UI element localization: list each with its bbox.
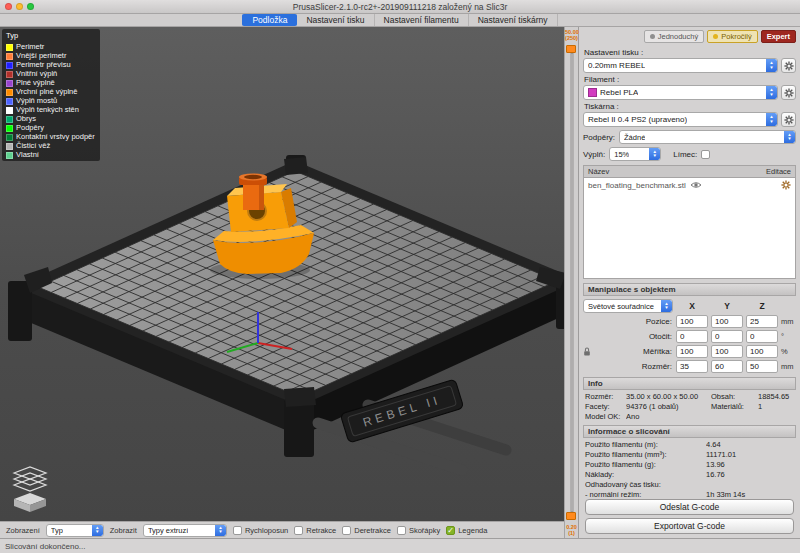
mode-simple-button[interactable]: Jednoduchý [644, 30, 704, 43]
send-gcode-button[interactable]: Odeslat G-code [585, 499, 794, 515]
printer-select[interactable]: Rebel II 0.4 PS2 (upraveno) ▲▼ [583, 112, 778, 127]
export-gcode-button[interactable]: Exportovat G-code [585, 518, 794, 534]
titlebar: PrusaSlicer-2.1.0-rc2+-201909111218 zalo… [0, 0, 800, 14]
info-materials-value: 1 [758, 402, 794, 411]
info-size-value: 35.00 x 60.00 x 50.00 [626, 392, 708, 401]
position-x-input[interactable] [676, 315, 708, 328]
gear-icon [784, 88, 794, 98]
object-list[interactable]: ben_floating_benchmark.stl [583, 177, 796, 279]
filament-gear-button[interactable] [781, 85, 796, 100]
gear-icon [784, 61, 794, 71]
scale-label: Měřítka: [583, 347, 673, 357]
maximize-window-button[interactable] [27, 3, 34, 10]
legend-checkbox[interactable] [446, 526, 455, 535]
position-y-input[interactable] [711, 315, 743, 328]
view-mode-label: Zobrazení [6, 526, 40, 535]
view-mode-select[interactable]: Typ ▲▼ [46, 524, 104, 537]
legend-item: Plné výplně [4, 78, 97, 87]
filament-select[interactable]: Rebel PLA ▲▼ [583, 85, 778, 100]
layer-slider-top-label: 50.00 (250) [565, 29, 578, 41]
print-settings-gear-button[interactable] [781, 58, 796, 73]
size-label: Rozměr: [583, 362, 673, 371]
main-tabbar: Podložka Nastavení tisku Nastavení filam… [0, 14, 800, 27]
3d-viewport[interactable]: REBEL II Typ [0, 27, 564, 521]
minimize-window-button[interactable] [16, 3, 23, 10]
shells-checkbox[interactable] [397, 526, 406, 535]
size-x-input[interactable] [676, 360, 708, 373]
brim-checkbox[interactable] [701, 150, 710, 159]
object-list-header: Název Editace [583, 165, 796, 177]
rotate-y-input[interactable] [711, 330, 743, 343]
prusaslicer-window: PrusaSlicer-2.1.0-rc2+-201909111218 zalo… [0, 0, 800, 553]
legend-item: Výplň tenkých stěn [4, 105, 97, 114]
axis-y-header: Y [711, 301, 743, 311]
color-swatch [6, 152, 13, 159]
info-facets-value: 94376 (1 obalů) [626, 402, 708, 411]
print-settings-select[interactable]: 0.20mm REBEL ▲▼ [583, 58, 778, 73]
supports-select[interactable]: Žádné ▲▼ [619, 130, 796, 144]
axis-z-header: Z [746, 301, 778, 311]
mode-dot-icon [650, 34, 655, 39]
rotate-label: Otočit: [583, 332, 673, 341]
scale-z-input[interactable] [746, 345, 778, 358]
size-z-input[interactable] [746, 360, 778, 373]
show-feature-select[interactable]: Typy extruzí ▲▼ [143, 524, 227, 537]
info-manifold-value: Ano [626, 412, 708, 421]
tab-plater[interactable]: Podložka [242, 14, 297, 26]
lock-icon[interactable] [583, 347, 591, 357]
legend-item: Čisticí věž [4, 141, 97, 150]
mode-advanced-button[interactable]: Pokročilý [707, 30, 757, 43]
color-swatch [6, 89, 13, 96]
infill-brim-row: Výplň: 15% ▲▼ Límec: [583, 147, 796, 161]
printer-label: Tiskárna : [584, 102, 795, 111]
name-column-header: Název [588, 167, 609, 176]
scale-x-input[interactable] [676, 345, 708, 358]
color-swatch [6, 134, 13, 141]
legend-item: Perimetr [4, 42, 97, 51]
color-swatch [6, 80, 13, 87]
status-text: Slicování dokončeno... [5, 542, 86, 551]
unretractions-checkbox[interactable] [342, 526, 351, 535]
select-stepper-icon: ▲▼ [766, 59, 777, 72]
eye-icon[interactable] [690, 181, 702, 189]
select-stepper-icon: ▲▼ [784, 131, 795, 143]
rotate-z-input[interactable] [746, 330, 778, 343]
select-stepper-icon: ▲▼ [766, 113, 777, 126]
filament-mm3-value: 11171.01 [706, 450, 794, 459]
scale-y-input[interactable] [711, 345, 743, 358]
infill-select[interactable]: 15% ▲▼ [609, 147, 661, 161]
print-settings-label: Nastavení tisku : [584, 48, 795, 57]
position-z-input[interactable] [746, 315, 778, 328]
travel-checkbox-group: Rychloposun [233, 526, 288, 535]
coordinate-system-select[interactable]: Světové souřadnice ▲▼ [583, 299, 673, 313]
select-stepper-icon: ▲▼ [215, 525, 226, 536]
mode-expert-button[interactable]: Expert [761, 30, 796, 43]
close-window-button[interactable] [5, 3, 12, 10]
legend-item: Perimetr převisu [4, 60, 97, 69]
rotate-x-input[interactable] [676, 330, 708, 343]
tab-print-settings[interactable]: Nastavení tisku [297, 14, 374, 26]
sliced-info-header: Informace o slicování [583, 425, 796, 438]
layer-slider-upper-thumb[interactable] [566, 45, 576, 53]
retractions-checkbox[interactable] [294, 526, 303, 535]
size-y-input[interactable] [711, 360, 743, 373]
printer-row: Rebel II 0.4 PS2 (upraveno) ▲▼ [583, 112, 796, 127]
object-list-item[interactable]: ben_floating_benchmark.stl [584, 178, 795, 192]
position-label: Pozice: [583, 317, 673, 326]
printer-gear-button[interactable] [781, 112, 796, 127]
tab-printer-settings[interactable]: Nastavení tiskárny [469, 14, 558, 26]
layer-slider[interactable]: 50.00 (250) 0.20 (1) [564, 27, 578, 538]
color-swatch [6, 143, 13, 150]
legend-item: Výplň mostů [4, 96, 97, 105]
retractions-checkbox-group: Retrakce [294, 526, 336, 535]
print-time-value: 1h 33m 14s [706, 490, 794, 499]
preview-toolbar: Zobrazení Typ ▲▼ Zobrazit Typy extruzí ▲… [0, 521, 564, 538]
layer-slider-lower-thumb[interactable] [566, 512, 576, 520]
filament-m-value: 4.64 [706, 440, 794, 449]
tab-filament-settings[interactable]: Nastavení filamentu [375, 14, 469, 26]
object-manipulation: Světové souřadnice ▲▼ X Y Z Pozice: mm O… [583, 299, 796, 373]
unretractions-checkbox-group: Deretrakce [342, 526, 391, 535]
edit-object-icon[interactable] [781, 180, 791, 190]
travel-checkbox[interactable] [233, 526, 242, 535]
layer-slider-track[interactable] [570, 53, 573, 512]
